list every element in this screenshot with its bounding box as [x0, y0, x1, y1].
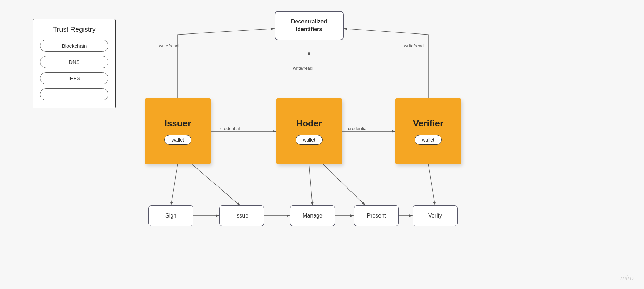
canvas: Trust Registry Blockchain DNS IPFS .....…: [0, 0, 644, 289]
registry-item-dns: DNS: [40, 56, 108, 68]
verifier-wallet: wallet: [415, 135, 442, 145]
actor-issuer: Issuer wallet: [145, 98, 211, 164]
trust-registry: Trust Registry Blockchain DNS IPFS .....…: [33, 19, 116, 108]
issuer-wallet: wallet: [164, 135, 191, 145]
arrow-label-credential-1: credential: [220, 126, 240, 131]
process-verify: Verify: [413, 205, 458, 226]
svg-line-6: [192, 164, 240, 205]
svg-line-8: [323, 164, 365, 205]
arrow-label-holder-did: write/read: [293, 66, 313, 71]
arrow-label-credential-2: credential: [348, 126, 367, 131]
process-issue: Issue: [219, 205, 264, 226]
process-sign: Sign: [148, 205, 193, 226]
did-box: DecentralizedIdentifiers: [275, 11, 344, 40]
verifier-label: Verifier: [413, 118, 443, 129]
process-manage: Manage: [290, 205, 335, 226]
svg-line-9: [428, 164, 435, 205]
issuer-label: Issuer: [165, 118, 191, 129]
holder-label: Hoder: [296, 118, 322, 129]
miro-watermark: miro: [620, 274, 634, 282]
registry-item-ipfs: IPFS: [40, 72, 108, 84]
actor-verifier: Verifier wallet: [395, 98, 461, 164]
svg-line-7: [309, 164, 313, 205]
trust-registry-title: Trust Registry: [40, 26, 108, 33]
arrow-label-issuer-did: write/read: [159, 43, 179, 48]
registry-item-dots: ..........: [40, 88, 108, 100]
process-present: Present: [354, 205, 399, 226]
svg-line-5: [171, 164, 178, 205]
actor-holder: Hoder wallet: [276, 98, 342, 164]
arrow-label-verifier-did: write/read: [404, 43, 424, 48]
did-label: DecentralizedIdentifiers: [291, 19, 327, 32]
registry-item-blockchain: Blockchain: [40, 40, 108, 52]
holder-wallet: wallet: [296, 135, 323, 145]
